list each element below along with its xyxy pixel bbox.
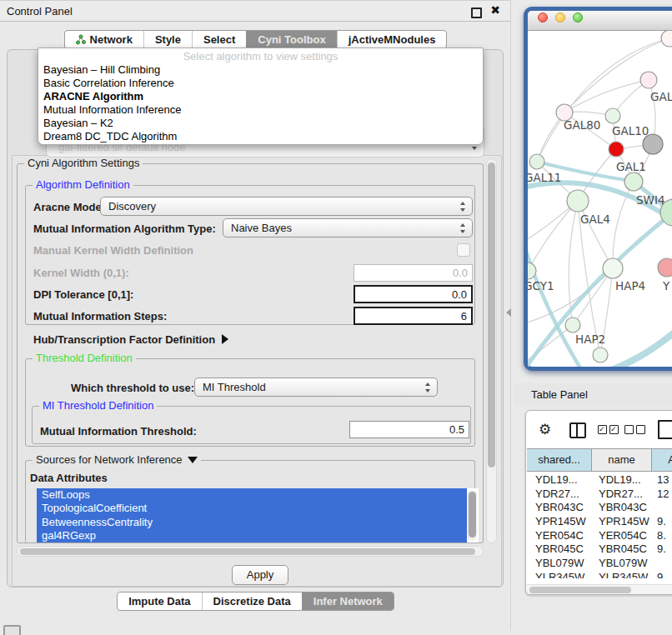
which-threshold-select[interactable]: MI Threshold	[194, 378, 438, 397]
attribute-item-gal4rgexp[interactable]: gal4RGexp	[37, 529, 467, 542]
table-cell: YER054C	[599, 529, 647, 542]
close-traffic-light-icon[interactable]	[538, 12, 548, 22]
table-row[interactable]: YLR345WYLR345W9.	[527, 570, 672, 578]
new-table-icon[interactable]	[658, 420, 672, 439]
attribute-item-topologicalcoefficient[interactable]: TopologicalCoefficient	[37, 502, 467, 515]
tab-label: Select	[203, 31, 235, 48]
tab-style[interactable]: Style	[143, 31, 192, 48]
table-row[interactable]: YBR045CYBR045C9.	[527, 542, 672, 556]
network-canvas[interactable]: GALGAL80GAL10GAL1GAL11SWI4GAL4GCY1HAP4YH…	[528, 31, 672, 367]
table-row[interactable]: YDR27...YDR27...12	[527, 487, 672, 501]
float-window-icon[interactable]	[471, 8, 482, 18]
network-node[interactable]	[529, 154, 544, 169]
unchecked-box-icon	[636, 425, 645, 434]
mi-threshold-label: Mutual Information Threshold:	[40, 425, 197, 438]
table-cell: 9.	[657, 542, 666, 555]
network-edge[interactable]	[528, 201, 578, 271]
attribute-item-betweennesscentrality[interactable]: BetweennessCentrality	[37, 516, 467, 529]
tab-infer-network[interactable]: Infer Network	[302, 592, 394, 610]
tab-label: jActiveMNodules	[349, 31, 436, 48]
scrollbar-thumb[interactable]	[529, 587, 631, 593]
sources-toggle[interactable]: Sources for Network Inference	[33, 453, 201, 467]
network-node[interactable]	[567, 190, 589, 212]
network-node[interactable]	[605, 108, 620, 123]
table-cell: YDL19...	[599, 473, 641, 486]
deselect-all-icon[interactable]	[624, 422, 646, 436]
network-node-label-y: Y	[662, 279, 670, 292]
manual-kernel-checkbox[interactable]	[457, 243, 470, 257]
algorithm-option-bayesian-hill-climbing[interactable]: Bayesian – Hill Climbing	[43, 63, 478, 77]
dock-panel-icon[interactable]	[3, 625, 21, 635]
tab-discretize-data[interactable]: Discretize Data	[202, 592, 302, 610]
settings-group-title: Cyni Algorithm Settings	[24, 157, 143, 170]
table-horizontal-scrollbar[interactable]	[527, 584, 672, 595]
network-window-titlebar[interactable]	[528, 11, 672, 31]
network-node[interactable]	[593, 348, 608, 362]
attributes-scrollbar[interactable]	[467, 490, 477, 541]
top-tab-bar: NetworkStyleSelectCyni ToolboxjActiveMNo…	[0, 30, 511, 49]
table-panel-title: Table Panel	[531, 388, 588, 401]
table-row[interactable]: YBL079WYBL079W	[527, 556, 672, 570]
algorithm-option-basic-correlation-inference[interactable]: Basic Correlation Inference	[43, 77, 478, 90]
tab-cyni-toolbox[interactable]: Cyni Toolbox	[246, 31, 336, 48]
column-header-a[interactable]: A	[652, 449, 672, 471]
network-edge[interactable]	[564, 80, 649, 112]
column-header-shared-[interactable]: shared...	[527, 449, 592, 471]
table-cell: YDR27...	[535, 488, 579, 500]
column-header-name[interactable]: name	[592, 449, 652, 471]
network-edge[interactable]	[578, 201, 613, 268]
data-attributes-label: Data Attributes	[30, 472, 108, 484]
algorithm-option-dream8-dc-tdc-algorithm[interactable]: Dream8 DC_TDC Algorithm	[43, 130, 478, 143]
mi-algorithm-type-select[interactable]: Naive Bayes	[223, 218, 473, 238]
aracne-mode-select[interactable]: Discovery	[100, 197, 473, 216]
zoom-traffic-light-icon[interactable]	[573, 12, 583, 22]
network-edge-highlighted[interactable]	[609, 331, 672, 367]
scrollbar-thumb[interactable]	[469, 492, 476, 538]
combo-arrows-icon	[460, 222, 466, 234]
algorithm-dropdown-popup: Select algorithm to view settings Bayesi…	[38, 48, 484, 145]
algorithm-definition-title: Algorithm Definition	[33, 178, 133, 192]
table-cell: YLR345W	[535, 571, 584, 578]
kernel-width-label: Kernel Width (0,1):	[33, 267, 129, 279]
table-cell: YER054C	[535, 529, 584, 542]
network-node[interactable]	[565, 318, 580, 332]
mi-steps-field[interactable]: 6	[354, 307, 473, 325]
settings-horizontal-scrollbar[interactable]	[17, 546, 484, 557]
network-node[interactable]	[658, 258, 672, 277]
scrollbar-thumb[interactable]	[20, 548, 475, 555]
algorithm-option-bayesian-k2[interactable]: Bayesian – K2	[43, 117, 478, 130]
minimize-traffic-light-icon[interactable]	[555, 12, 565, 22]
tab-jactivemnodules[interactable]: jActiveMNodules	[337, 31, 447, 48]
gear-icon[interactable]: ⚙	[539, 422, 551, 437]
network-node[interactable]	[609, 142, 624, 157]
network-node[interactable]	[624, 172, 643, 191]
columns-icon[interactable]	[569, 422, 586, 438]
algorithm-option-aracne-algorithm[interactable]: ARACNE Algorithm	[43, 90, 478, 103]
kernel-width-field[interactable]: 0.0	[354, 264, 473, 282]
settings-vertical-scrollbar[interactable]	[486, 158, 497, 543]
tab-impute-data[interactable]: Impute Data	[118, 592, 201, 610]
apply-button[interactable]: Apply	[232, 565, 288, 585]
network-edge-highlighted[interactable]	[528, 243, 579, 367]
table-row[interactable]: YDL19...YDL19...13	[527, 472, 672, 487]
network-node[interactable]	[640, 72, 657, 88]
scrollbar-thumb[interactable]	[488, 162, 495, 468]
algorithm-option-mutual-information-inference[interactable]: Mutual Information Inference	[43, 103, 478, 117]
network-node[interactable]	[661, 31, 672, 47]
tab-network[interactable]: Network	[65, 31, 143, 48]
network-node[interactable]	[603, 258, 623, 278]
select-all-icon[interactable]: ✓ ✓	[598, 422, 619, 436]
aracne-mode-label: Aracne Mode:	[33, 201, 105, 213]
close-icon[interactable]: ✖	[490, 3, 500, 17]
attribute-item-selfloops[interactable]: SelfLoops	[37, 488, 467, 502]
hub-definition-toggle[interactable]: Hub/Transcription Factor Definition	[33, 333, 228, 346]
table-row[interactable]: YPR145WYPR145W9.	[527, 514, 672, 528]
panel-splitter-handle[interactable]	[506, 308, 511, 317]
network-icon	[76, 34, 86, 45]
mi-threshold-field[interactable]: 0.5	[349, 421, 469, 438]
table-row[interactable]: YBR043CYBR043C	[527, 500, 672, 514]
table-cell: YBR043C	[599, 501, 647, 513]
table-row[interactable]: YER054CYER054C8.	[527, 528, 672, 542]
tab-select[interactable]: Select	[192, 31, 246, 48]
dpi-tolerance-field[interactable]: 0.0	[354, 285, 473, 303]
